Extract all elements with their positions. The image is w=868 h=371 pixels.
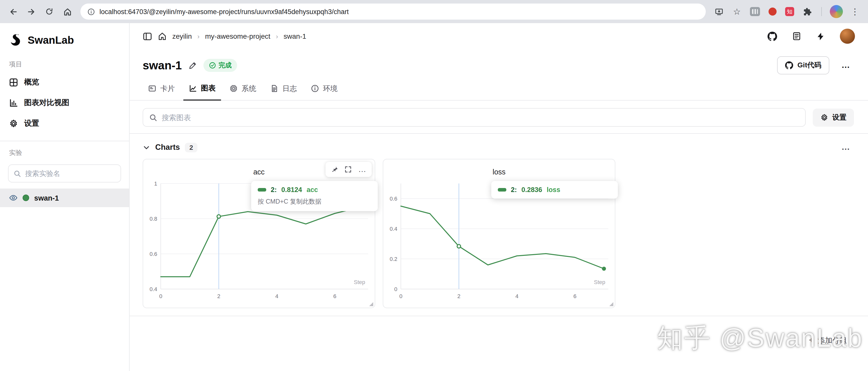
forward-icon[interactable] xyxy=(23,3,39,20)
breadcrumb-run[interactable]: swan-1 xyxy=(284,32,306,40)
charts-group-more-icon[interactable]: … xyxy=(838,142,853,152)
run-more-icon[interactable]: … xyxy=(838,60,853,70)
chart-toolbar: 设置 xyxy=(130,101,868,133)
tab-logs[interactable]: 日志 xyxy=(265,80,302,100)
sidebar-toggle-icon[interactable] xyxy=(143,31,152,41)
eye-icon[interactable] xyxy=(9,194,18,202)
tab-cards[interactable]: 卡片 xyxy=(143,80,180,100)
chart-card-acc[interactable]: 10.80.60.40246Step acc … xyxy=(143,159,375,308)
status-badge: 完成 xyxy=(204,59,237,72)
experiment-color-dot xyxy=(23,195,29,201)
experiment-search-input[interactable] xyxy=(25,169,116,177)
sidebar-item-label: 概览 xyxy=(24,78,39,87)
tooltip-step: 2: xyxy=(271,186,277,194)
home-icon[interactable] xyxy=(158,32,167,41)
breadcrumb: zeyilin › my-awesome-project › swan-1 xyxy=(130,23,868,49)
main-content: zeyilin › my-awesome-project › swan-1 xyxy=(130,23,868,371)
sidebar-item-label: 图表对比视图 xyxy=(24,98,69,108)
chart-cards: 10.80.60.40246Step acc … xyxy=(130,159,868,308)
back-icon[interactable] xyxy=(5,3,21,20)
chart-search[interactable] xyxy=(143,108,806,127)
tab-charts[interactable]: 图表 xyxy=(183,80,221,101)
chart-tooltip: 2: 0.8124 acc 按 CMD+C 复制此数据 xyxy=(251,181,378,211)
experiment-name: swan-1 xyxy=(34,194,59,202)
svg-text:6: 6 xyxy=(574,293,577,299)
svg-text:4: 4 xyxy=(516,293,518,299)
svg-text:0: 0 xyxy=(159,293,162,299)
svg-text:2: 2 xyxy=(457,293,460,299)
charts-group-title: Charts xyxy=(155,143,180,152)
docs-icon[interactable] xyxy=(792,32,801,41)
tooltip-series: acc xyxy=(307,186,318,194)
tab-label: 日志 xyxy=(282,84,297,93)
extensions-puzzle-icon[interactable] xyxy=(799,3,815,20)
resize-handle[interactable] xyxy=(369,302,373,306)
search-icon xyxy=(149,113,157,121)
address-bar[interactable]: localhost:64703/@zeyilin/my-awesome-proj… xyxy=(81,3,706,20)
card-icon xyxy=(148,84,156,92)
search-icon xyxy=(13,170,21,177)
add-group-label: 添加分组 xyxy=(818,336,847,345)
fullscreen-icon[interactable] xyxy=(345,166,352,173)
chevron-right-icon: › xyxy=(275,32,279,40)
status-badge-label: 完成 xyxy=(218,61,231,70)
svg-text:0.4: 0.4 xyxy=(390,226,397,232)
install-app-icon[interactable] xyxy=(711,3,727,20)
svg-text:1: 1 xyxy=(154,180,157,187)
svg-text:0.4: 0.4 xyxy=(149,286,157,292)
svg-text:0.2: 0.2 xyxy=(390,256,397,262)
chart-search-input[interactable] xyxy=(162,113,799,121)
plus-icon: + xyxy=(809,335,814,345)
experiment-item-swan-1[interactable]: swan-1 xyxy=(0,189,129,207)
reload-icon[interactable] xyxy=(41,3,57,20)
extension-icon-gray[interactable] xyxy=(750,7,760,16)
line-chart-icon xyxy=(189,84,197,92)
experiment-search[interactable] xyxy=(8,164,121,182)
breadcrumb-project[interactable]: my-awesome-project xyxy=(205,32,271,40)
chart-title: loss xyxy=(383,168,615,176)
resize-handle[interactable] xyxy=(609,302,613,306)
tooltip-copy-hint: 按 CMD+C 复制此数据 xyxy=(258,198,371,206)
git-code-button[interactable]: Git代码 xyxy=(777,56,829,75)
tooltip-step: 2: xyxy=(511,186,517,194)
zhihu-extension-icon[interactable]: 知 xyxy=(785,7,794,16)
chart-hover-toolbar: … xyxy=(326,162,372,177)
user-avatar[interactable] xyxy=(840,29,855,44)
chart-settings-button[interactable]: 设置 xyxy=(813,108,854,126)
browser-profile-avatar[interactable] xyxy=(830,5,843,18)
bar-chart-icon xyxy=(9,98,18,107)
divider xyxy=(821,7,822,16)
edit-title-icon[interactable] xyxy=(188,61,197,69)
browser-menu-icon[interactable]: ⋮ xyxy=(847,3,863,20)
lightning-icon[interactable] xyxy=(816,32,825,40)
github-icon xyxy=(785,61,793,69)
bottom-area: + 添加分组 xyxy=(130,316,868,371)
sidebar-item-settings[interactable]: 设置 xyxy=(0,113,129,134)
bookmark-star-icon[interactable]: ☆ xyxy=(729,3,745,20)
run-tabs: 卡片 图表 系统 日志 环境 xyxy=(130,76,868,101)
sidebar-item-chart-compare[interactable]: 图表对比视图 xyxy=(0,92,129,113)
breadcrumb-workspace[interactable]: zeyilin xyxy=(172,32,192,40)
browser-chrome: localhost:64703/@zeyilin/my-awesome-proj… xyxy=(0,0,868,23)
chevron-down-icon[interactable] xyxy=(143,144,150,151)
sidebar-item-label: 设置 xyxy=(24,119,39,128)
sidebar-item-overview[interactable]: 概览 xyxy=(0,72,129,92)
gear-icon xyxy=(9,119,18,128)
browser-home-icon[interactable] xyxy=(59,3,75,20)
chart-card-loss[interactable]: 0.60.40.200246Step loss 2: 0.2836 loss xyxy=(383,159,615,308)
tab-system[interactable]: 系统 xyxy=(224,80,262,100)
log-file-icon xyxy=(270,84,278,92)
site-info-icon[interactable] xyxy=(87,8,95,15)
svg-text:Step: Step xyxy=(354,279,365,285)
app-logo[interactable]: SwanLab xyxy=(0,30,129,55)
add-group-button[interactable]: + 添加分组 xyxy=(809,335,847,345)
tab-label: 卡片 xyxy=(160,84,175,93)
check-circle-icon xyxy=(209,62,216,69)
tab-environment[interactable]: 环境 xyxy=(305,80,343,100)
extension-icon-red-dot[interactable] xyxy=(769,7,777,16)
github-icon[interactable] xyxy=(768,31,777,41)
tooltip-value: 0.8124 xyxy=(281,186,302,194)
chart-more-icon[interactable]: … xyxy=(358,165,366,174)
tooltip-series: loss xyxy=(547,186,560,194)
pin-icon[interactable] xyxy=(331,166,338,173)
